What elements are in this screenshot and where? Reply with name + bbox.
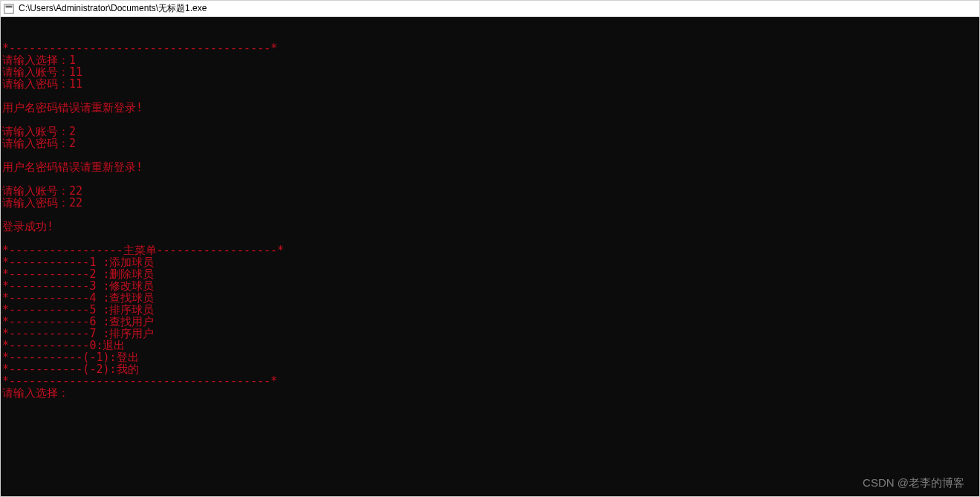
console-line: *------------3 :修改球员 [2, 280, 978, 292]
console-line: *------------2 :删除球员 [2, 268, 978, 280]
console-line: 用户名密码错误请重新登录! [2, 161, 978, 173]
svg-rect-1 [6, 5, 13, 7]
console-line [2, 90, 978, 102]
window-title: C:\Users\Administrator\Documents\无标题1.ex… [19, 2, 207, 15]
console-line: 请输入选择： [2, 387, 978, 399]
title-bar[interactable]: C:\Users\Administrator\Documents\无标题1.ex… [1, 1, 979, 17]
console-line: *-----------(-2):我的 [2, 363, 978, 375]
console-window: C:\Users\Administrator\Documents\无标题1.ex… [0, 0, 980, 497]
console-line: 请输入密码：2 [2, 137, 978, 149]
console-line: *------------0:退出 [2, 340, 978, 351]
console-line [2, 209, 978, 221]
console-line: *-----------------主菜单------------------* [2, 244, 978, 256]
console-output[interactable]: *---------------------------------------… [1, 17, 979, 496]
watermark: CSDN @老李的博客 [863, 477, 964, 489]
console-line: *------------4 :查找球员 [2, 292, 978, 304]
console-line [2, 173, 978, 185]
console-line: *------------1 :添加球员 [2, 256, 978, 268]
console-line: *------------6 :查找用户 [2, 316, 978, 328]
console-line: 用户名密码错误请重新登录! [2, 102, 978, 114]
app-icon [4, 4, 14, 14]
console-line: *-----------(-1):登出 [2, 351, 978, 363]
console-line: 请输入密码：22 [2, 197, 978, 209]
console-line: 登录成功! [2, 221, 978, 233]
console-line: *------------5 :排序球员 [2, 304, 978, 316]
console-line: *---------------------------------------… [2, 375, 978, 387]
console-line [2, 149, 978, 161]
console-line: *---------------------------------------… [2, 42, 978, 54]
console-line: 请输入密码：11 [2, 78, 978, 90]
console-line [2, 233, 978, 244]
console-line [2, 114, 978, 126]
console-line: 请输入账号：11 [2, 66, 978, 78]
console-line: *------------7 :排序用户 [2, 328, 978, 340]
console-line: 请输入账号：2 [2, 126, 978, 137]
console-line: 请输入账号：22 [2, 185, 978, 197]
console-line: 请输入选择：1 [2, 54, 978, 66]
